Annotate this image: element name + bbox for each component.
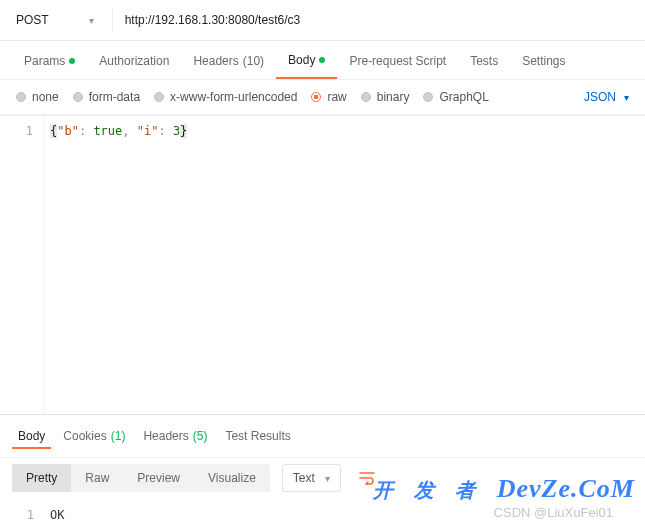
tab-headers[interactable]: Headers (10) [181, 41, 276, 79]
radio-icon [361, 92, 371, 102]
resp-tab-testresults[interactable]: Test Results [219, 425, 296, 449]
tab-params[interactable]: Params [12, 41, 87, 79]
tab-body[interactable]: Body [276, 41, 337, 79]
request-body-editor[interactable]: 1 {"b": true, "i": 3} [0, 115, 645, 415]
status-dot-icon [319, 57, 325, 63]
wrap-icon [359, 471, 375, 485]
status-dot-icon [69, 58, 75, 64]
bodytype-binary[interactable]: binary [361, 90, 410, 104]
tab-tests[interactable]: Tests [458, 41, 510, 79]
http-method-select[interactable]: POST ▾ [16, 8, 113, 32]
view-pretty-button[interactable]: Pretty [12, 464, 71, 492]
response-toolbar: Pretty Raw Preview Visualize Text ▾ [0, 458, 645, 498]
editor-code[interactable]: {"b": true, "i": 3} [44, 116, 195, 414]
response-format-select[interactable]: Text ▾ [282, 464, 341, 492]
http-method-value: POST [16, 13, 49, 27]
response-gutter: 1 [0, 502, 44, 522]
tab-prerequest[interactable]: Pre-request Script [337, 41, 458, 79]
bodytype-raw[interactable]: raw [311, 90, 346, 104]
tab-authorization[interactable]: Authorization [87, 41, 181, 79]
request-tabs: Params Authorization Headers (10) Body P… [0, 41, 645, 80]
chevron-down-icon: ▾ [624, 92, 629, 103]
radio-icon [423, 92, 433, 102]
view-mode-segment: Pretty Raw Preview Visualize [12, 464, 270, 492]
radio-icon [73, 92, 83, 102]
bodytype-form-data[interactable]: form-data [73, 90, 140, 104]
resp-tab-body[interactable]: Body [12, 425, 51, 449]
resp-tab-cookies[interactable]: Cookies (1) [57, 425, 131, 449]
radio-icon [16, 92, 26, 102]
view-preview-button[interactable]: Preview [123, 464, 194, 492]
csdn-watermark: CSDN @LiuXuFei01 [494, 505, 613, 520]
resp-tab-headers[interactable]: Headers (5) [137, 425, 213, 449]
response-tabs: Body Cookies (1) Headers (5) Test Result… [0, 415, 645, 458]
chevron-down-icon: ▾ [325, 473, 330, 484]
response-body: 1 OK CSDN @LiuXuFei01 开 发 者DevZe.CoM [0, 498, 645, 522]
response-text[interactable]: OK [44, 502, 64, 522]
bodytype-none[interactable]: none [16, 90, 59, 104]
body-type-row: none form-data x-www-form-urlencoded raw… [0, 80, 645, 115]
request-row: POST ▾ http://192.168.1.30:8080/test6/c3 [0, 0, 645, 41]
bodytype-graphql[interactable]: GraphQL [423, 90, 488, 104]
editor-gutter: 1 [0, 116, 44, 414]
view-raw-button[interactable]: Raw [71, 464, 123, 492]
bodytype-xwww[interactable]: x-www-form-urlencoded [154, 90, 297, 104]
tab-settings[interactable]: Settings [510, 41, 577, 79]
url-input[interactable]: http://192.168.1.30:8080/test6/c3 [113, 13, 635, 27]
chevron-down-icon: ▾ [89, 15, 94, 26]
wrap-lines-button[interactable] [353, 464, 381, 492]
view-visualize-button[interactable]: Visualize [194, 464, 270, 492]
body-format-select[interactable]: JSON ▾ [584, 90, 629, 104]
radio-selected-icon [311, 92, 321, 102]
radio-icon [154, 92, 164, 102]
